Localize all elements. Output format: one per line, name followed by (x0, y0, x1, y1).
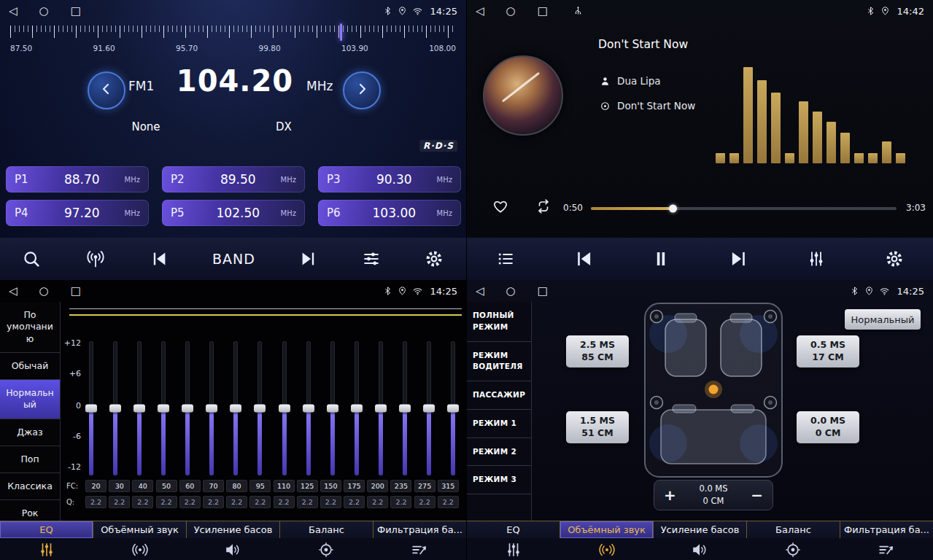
balance-tab-icon[interactable] (279, 542, 373, 558)
tab-eq[interactable]: EQ (0, 521, 93, 538)
eq-preset-default[interactable]: По умолчанию (0, 302, 60, 353)
mode-2[interactable]: РЕЖИМ 2 (467, 438, 531, 467)
eq-preset-jazz[interactable]: Джаз (0, 419, 60, 446)
filter-tab-icon[interactable] (840, 542, 933, 558)
playlist-button[interactable] (496, 250, 515, 268)
player-toolbar (467, 238, 933, 280)
preset-p4[interactable]: P4 97.20 MHz (6, 200, 149, 226)
tab-filter[interactable]: Фильтрация ба... (840, 521, 933, 538)
scan-button[interactable] (22, 249, 41, 268)
eq-preset-custom[interactable]: Обычай (0, 353, 60, 380)
home-icon[interactable]: ○ (506, 0, 516, 22)
band-button[interactable]: BAND (212, 251, 255, 267)
tab-bass-boost[interactable]: Усиление басов (187, 521, 280, 538)
previous-station-button[interactable] (150, 250, 168, 268)
eq-response-line (69, 314, 462, 316)
seek-bar[interactable] (591, 207, 897, 210)
tab-surround[interactable]: Объёмный звук (93, 521, 187, 538)
tuner-needle[interactable] (340, 23, 342, 41)
eq-band-slider[interactable] (133, 341, 145, 475)
eq-band-slider[interactable] (158, 341, 169, 475)
sound-preset-button[interactable]: Нормальный (845, 309, 921, 330)
rear-right-delay[interactable]: 0.0 MS 0 CM (797, 411, 859, 443)
eq-band-slider[interactable] (303, 341, 314, 475)
tab-balance[interactable]: Баланс (280, 521, 373, 538)
fc-value: 80 (226, 480, 247, 492)
tab-balance[interactable]: Баланс (747, 521, 840, 538)
previous-track-button[interactable] (574, 249, 593, 268)
next-track-button[interactable] (729, 249, 748, 268)
eq-band-slider[interactable] (423, 341, 435, 475)
equalizer-button[interactable] (362, 250, 381, 268)
eq-band-slider[interactable] (375, 341, 387, 475)
eq-band-slider[interactable] (327, 341, 338, 475)
recents-icon[interactable]: □ (71, 280, 81, 302)
increase-delay-button[interactable]: + (664, 488, 676, 502)
tab-bass-boost[interactable]: Усиление басов (654, 521, 747, 538)
home-icon[interactable]: ○ (506, 280, 516, 302)
eq-band-slider[interactable] (182, 341, 193, 475)
mode-3[interactable]: РЕЖИМ 3 (467, 466, 531, 494)
bass-boost-tab-icon[interactable] (187, 542, 280, 558)
tab-surround[interactable]: Объёмный звук (560, 521, 654, 538)
eq-band-slider[interactable] (206, 341, 217, 475)
eq-band-slider[interactable] (399, 341, 411, 475)
eq-band-slider[interactable] (85, 341, 97, 475)
eq-band-slider[interactable] (279, 341, 290, 475)
balance-tab-icon[interactable] (746, 542, 840, 558)
eq-band-slider[interactable] (230, 341, 241, 475)
surround-tab-icon[interactable] (93, 542, 187, 558)
preset-p2[interactable]: P2 89.50 MHz (162, 166, 305, 192)
equalizer-screen: ◁ ○ □ 14:25 По умолчанию Обычай Нормальн… (0, 280, 466, 560)
tune-up-button[interactable] (343, 71, 381, 109)
back-icon[interactable]: ◁ (9, 0, 18, 22)
mode-full[interactable]: ПОЛНЫЙ РЕЖИМ (467, 302, 531, 342)
settings-button[interactable] (425, 249, 444, 268)
eq-band-slider[interactable] (351, 341, 363, 475)
total-time: 3:03 (906, 203, 926, 213)
recents-icon[interactable]: □ (71, 0, 81, 22)
preset-p3[interactable]: P3 90.30 MHz (318, 166, 461, 192)
surround-tab-icon[interactable] (560, 542, 654, 558)
settings-button[interactable] (885, 249, 904, 268)
repeat-button[interactable] (534, 198, 553, 214)
equalizer-button[interactable] (807, 250, 826, 268)
eq-band-slider[interactable] (447, 341, 459, 475)
home-icon[interactable]: ○ (39, 0, 49, 22)
preset-p6[interactable]: P6 103.00 MHz (318, 200, 461, 226)
preset-p5[interactable]: P5 102.50 MHz (162, 200, 305, 226)
eq-preset-classic[interactable]: Классика (0, 473, 60, 500)
eq-preset-normal[interactable]: Нормальный (0, 380, 60, 419)
bass-boost-tab-icon[interactable] (654, 542, 747, 558)
tab-filter[interactable]: Фильтрация ба... (373, 521, 466, 538)
home-icon[interactable]: ○ (39, 280, 49, 302)
filter-tab-icon[interactable] (373, 542, 466, 558)
front-right-delay[interactable]: 0.5 MS 17 CM (797, 335, 859, 368)
pause-button[interactable] (651, 249, 670, 268)
seek-knob[interactable] (669, 205, 677, 213)
eq-preset-pop[interactable]: Поп (0, 446, 60, 473)
tune-down-button[interactable] (88, 71, 125, 109)
favorite-button[interactable] (492, 198, 509, 214)
eq-tab-icon[interactable] (0, 542, 93, 558)
eq-band-slider[interactable] (109, 341, 121, 475)
eq-tab-icon[interactable] (467, 542, 560, 558)
decrease-delay-button[interactable]: − (751, 488, 763, 502)
rear-left-delay[interactable]: 1.5 MS 51 CM (566, 411, 629, 443)
recents-icon[interactable]: □ (538, 0, 548, 22)
tuner-scale[interactable] (10, 26, 456, 41)
audio-tab-bar: EQ Объёмный звук Усиление басов Баланс Ф… (467, 521, 933, 560)
front-left-delay[interactable]: 2.5 MS 85 CM (566, 335, 629, 368)
mode-passenger[interactable]: ПАССАЖИР (467, 381, 531, 410)
tab-eq[interactable]: EQ (467, 521, 560, 538)
recents-icon[interactable]: □ (538, 280, 548, 302)
back-icon[interactable]: ◁ (9, 280, 18, 302)
eq-band-slider[interactable] (254, 341, 266, 475)
preset-p1[interactable]: P1 88.70 MHz (6, 166, 149, 192)
back-icon[interactable]: ◁ (476, 280, 484, 302)
mode-1[interactable]: РЕЖИМ 1 (467, 410, 531, 438)
next-station-button[interactable] (300, 250, 317, 268)
broadcast-button[interactable] (85, 249, 106, 268)
mode-driver[interactable]: РЕЖИМ ВОДИТЕЛЯ (467, 342, 531, 382)
back-icon[interactable]: ◁ (476, 0, 484, 22)
